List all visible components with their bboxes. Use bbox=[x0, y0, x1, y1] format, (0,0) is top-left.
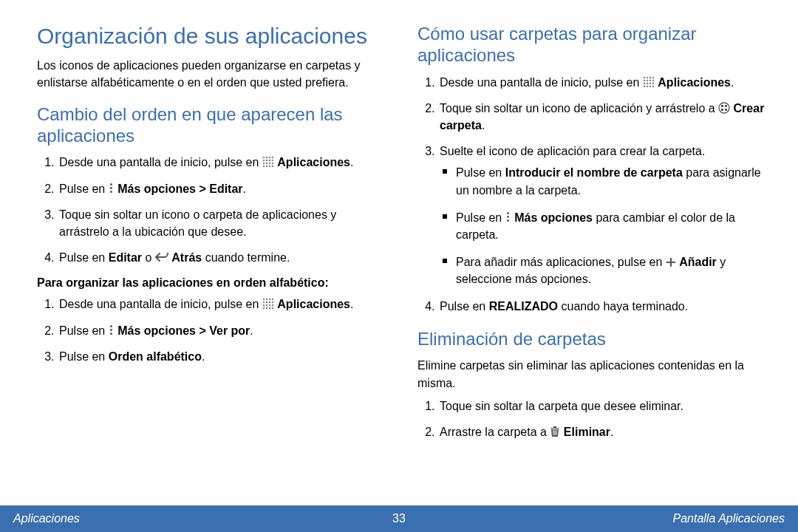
svg-point-22 bbox=[269, 301, 271, 304]
svg-point-15 bbox=[272, 166, 274, 168]
list-item: Pulse en Más opciones > Ver por. bbox=[58, 322, 388, 339]
svg-point-18 bbox=[269, 299, 271, 301]
plus-icon bbox=[666, 257, 676, 267]
text: . bbox=[350, 298, 353, 310]
bold-text: Aplicaciones bbox=[277, 298, 350, 310]
svg-point-44 bbox=[644, 85, 646, 87]
heading-cambio-orden: Cambio del orden en que aparecen las apl… bbox=[37, 104, 388, 147]
more-options-icon bbox=[109, 183, 115, 194]
svg-point-35 bbox=[652, 76, 655, 78]
intro-text: Los iconos de aplicaciones pueden organi… bbox=[37, 57, 388, 91]
svg-point-24 bbox=[263, 304, 265, 307]
text: Arrastre la carpeta a bbox=[440, 426, 550, 438]
svg-point-30 bbox=[269, 307, 271, 310]
text: Desde una pantalla de inicio, pulse en bbox=[440, 76, 643, 89]
text: Pulse en bbox=[59, 183, 109, 195]
list-item: Para añadir más aplicaciones, pulse en A… bbox=[456, 253, 768, 287]
text: . bbox=[250, 324, 253, 337]
svg-point-45 bbox=[647, 85, 649, 87]
more-options-icon bbox=[505, 211, 511, 223]
heading-usar-carpetas: Cómo usar carpetas para organizar aplica… bbox=[417, 24, 768, 66]
svg-point-34 bbox=[649, 76, 652, 78]
svg-point-28 bbox=[263, 307, 265, 310]
svg-point-0 bbox=[263, 157, 265, 159]
svg-rect-52 bbox=[725, 109, 727, 111]
list-item: Suelte el icono de aplicación para crear… bbox=[438, 143, 768, 287]
svg-point-5 bbox=[266, 160, 268, 162]
svg-point-36 bbox=[644, 79, 646, 81]
bold-text: Eliminar bbox=[564, 426, 610, 438]
list-item: Pulse en Más opciones para cambiar el co… bbox=[456, 209, 768, 243]
create-folder-icon bbox=[718, 102, 730, 114]
svg-point-48 bbox=[719, 103, 729, 113]
steps-alfabetico: Desde una pantalla de inicio, pulse en A… bbox=[37, 296, 388, 365]
steps-cambio-orden: Desde una pantalla de inicio, pulse en A… bbox=[37, 154, 388, 266]
bold-text: Aplicaciones bbox=[277, 156, 350, 168]
bold-text: Atrás bbox=[171, 251, 202, 264]
bold-text: Más opciones > Ver por bbox=[117, 324, 250, 337]
bold-text: Editar bbox=[109, 251, 142, 264]
svg-point-39 bbox=[652, 79, 655, 81]
text: Suelte el icono de aplicación para crear… bbox=[440, 145, 705, 157]
left-column: Organización de sus aplicaciones Los ico… bbox=[37, 24, 388, 497]
svg-point-29 bbox=[266, 307, 268, 310]
text: . bbox=[202, 350, 205, 363]
text: Desde una pantalla de inicio, pulse en bbox=[59, 298, 262, 310]
svg-point-41 bbox=[647, 82, 649, 84]
footer-right: Pantalla Aplicaciones bbox=[673, 512, 785, 525]
text: . bbox=[482, 119, 485, 132]
svg-point-3 bbox=[272, 157, 274, 159]
list-item: Pulse en REALIZADO cuando haya terminado… bbox=[438, 298, 768, 315]
svg-point-47 bbox=[652, 85, 655, 87]
apps-grid-icon bbox=[643, 76, 655, 88]
svg-point-16 bbox=[263, 299, 265, 301]
right-column: Cómo usar carpetas para organizar aplica… bbox=[417, 24, 768, 497]
svg-point-8 bbox=[263, 163, 265, 165]
svg-point-32 bbox=[644, 76, 646, 78]
heading-eliminacion: Eliminación de carpetas bbox=[417, 329, 768, 350]
list-item: Toque sin soltar un icono de aplicación … bbox=[438, 100, 768, 134]
svg-point-42 bbox=[649, 82, 652, 84]
svg-point-1 bbox=[266, 157, 268, 159]
text: . bbox=[243, 183, 246, 195]
bold-text: Más opciones bbox=[514, 211, 593, 224]
text: Pulse en bbox=[456, 211, 505, 224]
list-item: Toque sin soltar la carpeta que desee el… bbox=[438, 398, 768, 415]
svg-point-19 bbox=[272, 299, 274, 301]
bold-text: Introducir el nombre de carpeta bbox=[505, 166, 683, 179]
back-icon bbox=[155, 253, 168, 263]
bold-text: REALIZADO bbox=[489, 300, 558, 313]
svg-point-46 bbox=[649, 85, 652, 87]
svg-point-40 bbox=[644, 82, 646, 84]
svg-point-33 bbox=[647, 76, 649, 78]
svg-point-13 bbox=[266, 166, 268, 168]
text: Para añadir más aplicaciones, pulse en bbox=[456, 256, 666, 268]
bold-text: Añadir bbox=[679, 256, 717, 268]
text: Desde una pantalla de inicio, pulse en bbox=[59, 156, 262, 168]
svg-point-12 bbox=[263, 166, 265, 168]
svg-point-23 bbox=[272, 301, 274, 304]
svg-point-37 bbox=[647, 79, 649, 81]
text: cuando haya terminado. bbox=[558, 300, 688, 313]
svg-point-2 bbox=[269, 157, 271, 159]
text: . bbox=[610, 426, 613, 438]
svg-point-31 bbox=[272, 307, 274, 310]
list-item: Toque sin soltar un icono o carpeta de a… bbox=[58, 206, 388, 240]
svg-point-11 bbox=[272, 163, 274, 165]
bold-text: Más opciones > Editar bbox=[117, 183, 242, 195]
svg-point-9 bbox=[266, 163, 268, 165]
svg-rect-49 bbox=[721, 105, 723, 107]
text: o bbox=[142, 251, 155, 264]
apps-grid-icon bbox=[262, 298, 274, 310]
list-item: Pulse en Introducir el nombre de carpeta… bbox=[456, 164, 768, 198]
subheading-alfabetico: Para organizar las aplicaciones en orden… bbox=[37, 276, 388, 290]
text: Pulse en bbox=[59, 324, 109, 337]
bold-text: Aplicaciones bbox=[658, 76, 731, 89]
svg-rect-50 bbox=[725, 105, 727, 107]
list-item: Desde una pantalla de inicio, pulse en A… bbox=[58, 296, 388, 313]
list-item: Arrastre la carpeta a Eliminar. bbox=[438, 423, 768, 440]
steps-usar-carpetas: Desde una pantalla de inicio, pulse en A… bbox=[417, 74, 768, 316]
svg-point-10 bbox=[269, 163, 271, 165]
svg-rect-51 bbox=[721, 109, 723, 111]
list-item: Desde una pantalla de inicio, pulse en A… bbox=[58, 154, 388, 171]
